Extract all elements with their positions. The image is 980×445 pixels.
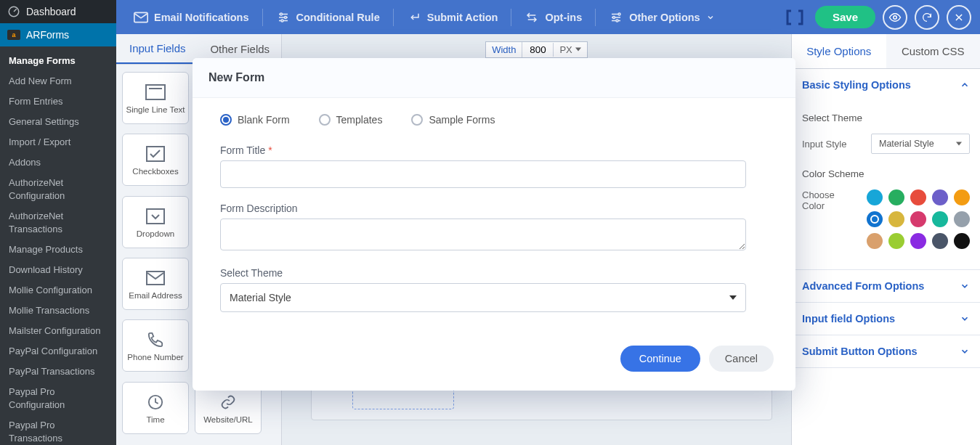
color-swatch[interactable] — [910, 189, 926, 205]
toolbar-email-notifications[interactable]: Email Notifications — [125, 7, 258, 28]
sidebar-item-authorizenet-trans[interactable]: AuthorizeNet Transactions — [0, 206, 116, 240]
field-email[interactable]: Email Address — [122, 258, 189, 310]
tab-custom-css[interactable]: Custom CSS — [886, 34, 981, 68]
toolbar-separator — [262, 9, 263, 26]
form-title-input[interactable] — [220, 160, 746, 188]
rp-advanced-head[interactable]: Advanced Form Options — [792, 270, 980, 302]
sidebar-item-paypalpro-trans[interactable]: Paypal Pro Transactions — [0, 415, 116, 445]
sidebar-item-addons[interactable]: Addons — [0, 152, 116, 173]
toolbar-optins[interactable]: Opt-ins — [516, 7, 591, 28]
handshake-icon — [525, 11, 539, 24]
sidebar-item-manage-products[interactable]: Manage Products — [0, 240, 116, 260]
color-swatch[interactable] — [888, 211, 904, 227]
color-swatch[interactable] — [954, 189, 970, 205]
width-input[interactable] — [522, 43, 553, 57]
options-icon — [609, 11, 623, 24]
sidebar-item-authorizenet-config[interactable]: AuthorizeNet Configuration — [0, 173, 116, 206]
color-swatch[interactable] — [954, 233, 970, 249]
toolbar-other-label: Other Options — [629, 12, 700, 23]
caret-down-icon — [729, 295, 737, 300]
field-single-line-text[interactable]: Single Line Text — [122, 72, 189, 124]
color-swatch[interactable] — [954, 211, 970, 227]
form-description-input[interactable] — [220, 219, 746, 250]
input-style-select[interactable]: Material Style — [871, 134, 970, 154]
toolbar-separator — [393, 9, 394, 26]
enter-icon — [407, 11, 421, 24]
gauge-icon — [7, 5, 20, 18]
color-swatch[interactable] — [888, 233, 904, 249]
link-icon — [220, 394, 236, 410]
field-label: Phone Number — [127, 353, 183, 362]
sidebar-submenu: Manage Forms Add New Form Form Entries G… — [0, 46, 116, 445]
toolbar-preview-button[interactable] — [883, 5, 907, 30]
radio-blank-form[interactable]: Blank Form — [220, 114, 290, 126]
field-checkboxes[interactable]: Checkboxes — [122, 134, 189, 186]
form-type-radios: Blank Form Templates Sample Forms — [220, 114, 774, 126]
rp-basic-head[interactable]: Basic Styling Options — [792, 69, 980, 101]
toolbar-refresh-button[interactable] — [915, 5, 939, 30]
color-swatch[interactable] — [867, 233, 883, 249]
rp-input-style-label: Input Style — [802, 139, 846, 150]
radio-templates[interactable]: Templates — [319, 114, 383, 126]
width-unit-select[interactable]: PX — [553, 43, 586, 57]
rp-inputfield-head[interactable]: Input field Options — [792, 303, 980, 335]
sidebar-item-mollie-trans[interactable]: Mollie Transactions — [0, 301, 116, 321]
color-swatch[interactable] — [932, 189, 948, 205]
field-dropdown[interactable]: Dropdown — [122, 196, 189, 248]
sidebar-item-add-new-form[interactable]: Add New Form — [0, 71, 116, 91]
svg-point-3 — [284, 16, 286, 18]
toolbar-other-options[interactable]: Other Options — [600, 7, 723, 28]
toolbar-separator — [595, 9, 596, 26]
radio-icon — [411, 114, 423, 126]
sidebar-item-import-export[interactable]: Import / Export — [0, 132, 116, 152]
color-swatch[interactable] — [910, 211, 926, 227]
modal-theme-select[interactable]: Material Style — [220, 283, 746, 312]
sidebar-brand[interactable]: a ARForms — [0, 23, 116, 46]
color-swatch[interactable] — [867, 211, 883, 227]
save-button[interactable]: Save — [815, 6, 875, 28]
sidebar-item-paypalpro-config[interactable]: Paypal Pro Configuration — [0, 382, 116, 415]
color-swatch[interactable] — [932, 233, 948, 249]
cancel-button[interactable]: Cancel — [709, 346, 774, 372]
sidebar-item-paypal-config[interactable]: PayPal Configuration — [0, 341, 116, 362]
color-swatch[interactable] — [867, 189, 883, 205]
width-label: Width — [486, 42, 522, 57]
sidebar-item-paypal-trans[interactable]: PayPal Transactions — [0, 362, 116, 382]
sidebar-item-general-settings[interactable]: General Settings — [0, 112, 116, 132]
toolbar-shortcode-button[interactable] — [782, 7, 808, 28]
sidebar-dashboard-label: Dashboard — [26, 6, 76, 17]
toolbar-email-label: Email Notifications — [154, 12, 249, 23]
color-swatch[interactable] — [932, 211, 948, 227]
toolbar-submit-action[interactable]: Submit Action — [398, 7, 507, 28]
sidebar-item-download-history[interactable]: Download History — [0, 260, 116, 280]
sidebar-item-form-entries[interactable]: Form Entries — [0, 91, 116, 112]
new-form-modal: New Form Blank Form Templates Sample For… — [193, 58, 795, 391]
radio-label: Templates — [336, 114, 383, 126]
tab-style-options[interactable]: Style Options — [792, 34, 886, 68]
svg-point-2 — [280, 13, 282, 15]
chevron-down-icon — [960, 346, 970, 356]
sidebar-item-mailster-config[interactable]: Mailster Configuration — [0, 321, 116, 341]
sidebar-item-mollie-config[interactable]: Mollie Configuration — [0, 280, 116, 301]
style-panel: Style Options Custom CSS Basic Styling O… — [791, 34, 980, 445]
toolbar-optins-label: Opt-ins — [545, 12, 582, 23]
rp-submitbtn-label: Submit Button Options — [802, 346, 918, 357]
field-phone[interactable]: Phone Number — [122, 319, 189, 372]
sidebar-dashboard[interactable]: Dashboard — [0, 0, 116, 23]
rp-select-theme-label: Select Theme — [802, 113, 970, 123]
field-label: Email Address — [129, 291, 182, 300]
svg-point-6 — [613, 16, 615, 18]
toolbar-close-button[interactable] — [947, 5, 971, 30]
color-swatches — [846, 189, 970, 249]
radio-sample-forms[interactable]: Sample Forms — [411, 114, 495, 126]
continue-button[interactable]: Continue — [620, 346, 700, 372]
color-swatch[interactable] — [910, 233, 926, 249]
chevron-down-icon — [960, 314, 970, 324]
text-line-icon — [145, 84, 166, 100]
color-swatch[interactable] — [888, 189, 904, 205]
sidebar-item-manage-forms[interactable]: Manage Forms — [0, 51, 116, 71]
field-time[interactable]: Time — [122, 382, 189, 434]
rp-submitbtn-head[interactable]: Submit Button Options — [792, 335, 980, 367]
toolbar-conditional-rule[interactable]: Conditional Rule — [267, 7, 389, 28]
tab-input-fields[interactable]: Input Fields — [116, 34, 199, 64]
